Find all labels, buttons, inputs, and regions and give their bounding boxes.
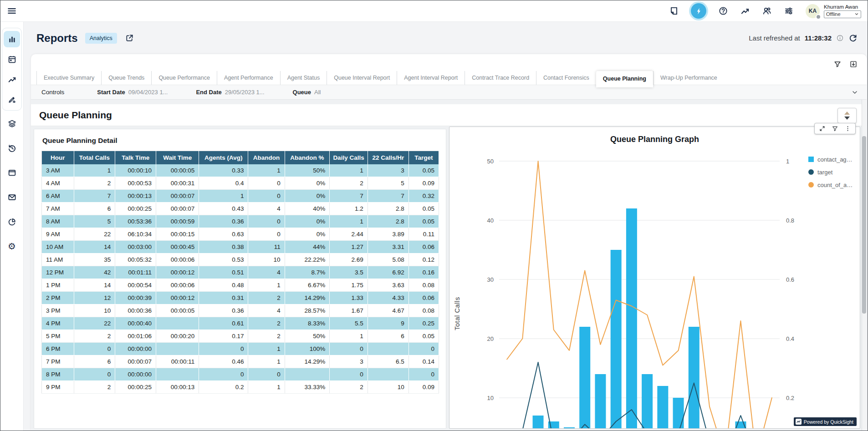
table-row[interactable]: 9 AM2206:10:3400:00:150.6300%2.443.890.1… bbox=[42, 228, 439, 241]
sidebar-item-layers[interactable] bbox=[4, 115, 20, 132]
column-talk-time[interactable]: Talk Time bbox=[115, 151, 156, 164]
sidebar-item-design-tools[interactable] bbox=[4, 91, 20, 107]
user-area: KA Khurram Awan Offline bbox=[806, 4, 861, 18]
sliders-icon[interactable] bbox=[784, 6, 794, 16]
scroll-down-button[interactable] bbox=[844, 117, 850, 120]
line-count-of-a[interactable] bbox=[507, 161, 772, 429]
legend-item-target[interactable]: target bbox=[808, 168, 853, 176]
column-abandon[interactable]: Abandon bbox=[248, 151, 285, 164]
status-select[interactable]: Offline bbox=[824, 10, 861, 18]
sheet-scrollbar[interactable] bbox=[862, 100, 867, 431]
column-total-calls[interactable]: Total Calls bbox=[74, 151, 115, 164]
tab-queue-performance[interactable]: Queue Performance bbox=[151, 71, 217, 85]
refresh-icon[interactable] bbox=[848, 34, 858, 43]
tab-contact-forensics[interactable]: Contact Forensics bbox=[536, 71, 596, 85]
table-row[interactable]: 8 PM000:00:000000 bbox=[42, 368, 439, 381]
help-icon[interactable] bbox=[718, 6, 728, 16]
table-row[interactable]: 2 PM1200:00:3900:00:120.31214.29%1.334.3… bbox=[42, 292, 439, 304]
chart-title: Queue Planning Graph bbox=[449, 135, 860, 144]
sidebar-item-gear[interactable]: ⚙ bbox=[4, 238, 20, 254]
filter-icon[interactable] bbox=[833, 60, 842, 68]
tab-agent-interval-report[interactable]: Agent Interval Report bbox=[397, 71, 465, 85]
bar-1-pm[interactable] bbox=[642, 374, 653, 429]
tab-agent-status[interactable]: Agent Status bbox=[280, 71, 327, 85]
table-row[interactable]: 4 PM2200:00:400.6128.33%5.590.25 bbox=[42, 317, 439, 330]
bar-4-pm[interactable] bbox=[689, 327, 700, 429]
table-row[interactable]: 12 PM4200:01:1100:00:120.5148.7%3.56.920… bbox=[42, 266, 439, 279]
export-icon[interactable] bbox=[849, 60, 858, 68]
column-daily-calls[interactable]: Daily Calls bbox=[330, 151, 368, 164]
scrollbar-thumb[interactable] bbox=[862, 136, 866, 314]
maximize-icon[interactable] bbox=[819, 125, 826, 132]
sidebar-item-bar-chart[interactable] bbox=[4, 31, 20, 47]
table-row[interactable]: 3 AM100:00:1000:00:050.33150%130.05 bbox=[42, 164, 439, 177]
filter-start-date[interactable]: Start Date09/04/2023 1... bbox=[97, 89, 168, 96]
flash-icon[interactable] bbox=[691, 3, 706, 19]
bar-6-am[interactable] bbox=[533, 416, 544, 429]
bar-8-am[interactable] bbox=[564, 427, 575, 429]
kebab-menu-icon[interactable] bbox=[844, 125, 851, 132]
avatar[interactable]: KA bbox=[806, 4, 820, 18]
sidebar-item-pie-chart[interactable] bbox=[4, 213, 20, 230]
info-icon[interactable] bbox=[836, 34, 844, 42]
scroll-up-button[interactable] bbox=[844, 112, 850, 115]
tab-agent-performance[interactable]: Agent Performance bbox=[217, 71, 280, 85]
sidebar-item-calendar[interactable] bbox=[4, 51, 20, 67]
column-agents-avg[interactable]: Agents (Avg) bbox=[199, 151, 248, 164]
column-abandon[interactable]: Abandon % bbox=[285, 151, 330, 164]
table-row[interactable]: 6 PM000:00:0001100%00 bbox=[42, 343, 439, 355]
table-row[interactable]: 7 PM600:00:0700:00:110.46114.29%36.50.14 bbox=[42, 355, 439, 368]
table-row[interactable]: 3 PM1000:00:3600:00:050.36428.57%1.674.6… bbox=[42, 304, 439, 317]
sidebar-item-line-chart[interactable] bbox=[4, 71, 20, 87]
report-panel: Executive SummaryQueue TrendsQueue Perfo… bbox=[31, 54, 867, 431]
legend-item-count-of-a[interactable]: count_of_a… bbox=[808, 181, 853, 188]
table-row[interactable]: 8 AM500:53:3600:00:590.3600%12.80.05 bbox=[42, 215, 439, 228]
filter-queue[interactable]: QueueAll bbox=[293, 89, 321, 96]
bar-2-pm[interactable] bbox=[657, 386, 668, 429]
line-chart-icon[interactable] bbox=[740, 6, 750, 16]
tab-queue-trends[interactable]: Queue Trends bbox=[101, 71, 151, 85]
tab-queue-interval-report[interactable]: Queue Interval Report bbox=[327, 71, 397, 85]
avatar-initials: KA bbox=[809, 8, 817, 14]
bar-11-am[interactable] bbox=[611, 250, 622, 429]
table-row[interactable]: 6 AM700:00:1300:00:07100%770.32 bbox=[42, 190, 439, 203]
table-row[interactable]: 7 AM600:00:2500:00:070.43440%1.22.80.05 bbox=[42, 203, 439, 215]
legend-item-contact-ag[interactable]: contact_ag… bbox=[808, 156, 853, 163]
table-row[interactable]: 5 PM200:01:0600:00:200.17250%160.05 bbox=[42, 330, 439, 343]
tab-queue-planning[interactable]: Queue Planning bbox=[596, 71, 653, 87]
table-row[interactable]: 4 AM200:00:5300:00:310.400%250.09 bbox=[42, 177, 439, 190]
table-row[interactable]: 10 AM1400:03:0000:00:450.381144%1.273.31… bbox=[42, 241, 439, 254]
users-icon[interactable] bbox=[762, 6, 772, 16]
column-target[interactable]: Target bbox=[408, 151, 439, 164]
bar-9-am[interactable] bbox=[579, 327, 590, 429]
layers-icon bbox=[7, 119, 17, 128]
table-row[interactable]: 9 PM200:00:2500:00:130.2133.33%2100.09 bbox=[42, 381, 439, 394]
column-wait-time[interactable]: Wait Time bbox=[156, 151, 199, 164]
note-icon[interactable] bbox=[669, 6, 679, 16]
filter-end-date[interactable]: End Date29/05/2023 1... bbox=[196, 89, 264, 96]
table-row[interactable]: 11 AM3500:05:3200:00:060.531022.22%2.695… bbox=[42, 254, 439, 266]
table-row[interactable]: 1 PM1400:00:5400:00:060.4816.67%1.753.63… bbox=[42, 279, 439, 292]
svg-text:20: 20 bbox=[487, 335, 494, 342]
analytics-badge: Analytics bbox=[85, 33, 117, 44]
bar-chart-icon bbox=[7, 35, 17, 44]
user-block: Khurram Awan Offline bbox=[824, 4, 861, 18]
pie-chart-icon bbox=[7, 217, 17, 227]
bar-10-am[interactable] bbox=[595, 374, 606, 429]
visual-filter-icon[interactable] bbox=[832, 125, 838, 132]
sidebar-item-history[interactable] bbox=[4, 140, 20, 156]
controls-collapse-icon[interactable] bbox=[851, 89, 858, 96]
column-hour[interactable]: Hour bbox=[42, 151, 74, 164]
controls-row: Controls Start Date09/04/2023 1...End Da… bbox=[31, 85, 867, 100]
tab-wrap-up-performance[interactable]: Wrap-Up Performance bbox=[653, 71, 724, 85]
tab-executive-summary[interactable]: Executive Summary bbox=[36, 71, 101, 85]
sidebar-item-window[interactable] bbox=[4, 164, 20, 181]
bar-3-pm[interactable] bbox=[673, 398, 684, 429]
sidebar-item-mail[interactable] bbox=[4, 189, 20, 205]
bar-12-pm[interactable] bbox=[626, 208, 637, 429]
menu-icon[interactable] bbox=[7, 6, 17, 16]
column-22-calls-hr[interactable]: 22 Calls/Hr bbox=[368, 151, 408, 164]
external-link-icon[interactable] bbox=[125, 34, 134, 42]
tab-contract-trace-record[interactable]: Contract Trace Record bbox=[465, 71, 536, 85]
calendar-icon bbox=[7, 55, 17, 64]
